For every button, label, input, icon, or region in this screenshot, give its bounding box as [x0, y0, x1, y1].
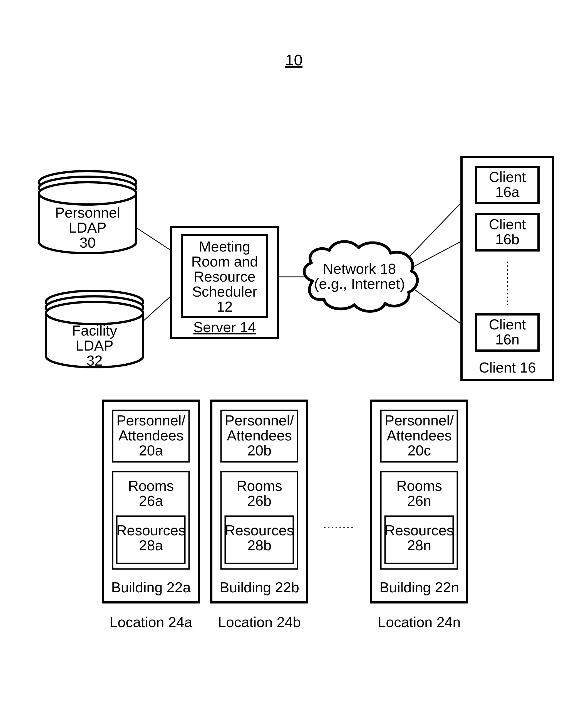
- server-line1: Meeting: [199, 239, 251, 255]
- bb-rooms-num: 26b: [248, 493, 272, 509]
- bn-cap: Building 22n: [379, 579, 459, 595]
- bb-res-num: 28b: [248, 537, 272, 553]
- ba-rooms-l1: Rooms: [128, 478, 174, 494]
- ba-pa-num: 20a: [139, 442, 163, 459]
- server-line3: Resource: [194, 268, 256, 285]
- server-caption: Server 14: [193, 319, 256, 335]
- ba-rooms-num: 26a: [139, 493, 163, 509]
- network-line2: (e.g., Internet): [314, 276, 405, 292]
- ba-loc: Location 24a: [109, 614, 192, 630]
- ba-res-l1: Resources: [117, 522, 186, 538]
- ba-pa-l2: Attendees: [119, 427, 184, 444]
- system-architecture-diagram: 10 Personnel LDAP 30 Facility LDAP 32 Me…: [0, 0, 588, 712]
- db-facility: Facility LDAP 32: [46, 291, 143, 369]
- db1-label: Personnel: [55, 204, 120, 221]
- client-container: Client 16a Client 16b Client 16n Client …: [462, 157, 553, 380]
- c2-l2: 16b: [496, 231, 520, 247]
- bn-rooms-l1: Rooms: [396, 478, 442, 494]
- bn-res-num: 28n: [407, 537, 432, 553]
- server-num: 12: [216, 299, 233, 315]
- c1-l2: 16a: [496, 184, 520, 200]
- bb-pa-l1: Personnel/: [225, 412, 294, 428]
- bn-pa-num: 20c: [407, 442, 431, 459]
- building-a: Personnel/ Attendees 20a Rooms 26a Resou…: [103, 401, 199, 630]
- building-b: Personnel/ Attendees 20b Rooms 26b Resou…: [211, 401, 307, 630]
- bn-loc: Location 24n: [378, 614, 461, 630]
- db1-label2: LDAP: [69, 220, 106, 236]
- db2-label2: LDAP: [76, 338, 113, 354]
- figure-number: 10: [285, 51, 302, 69]
- bb-rooms-l1: Rooms: [237, 478, 282, 494]
- bn-pa-l2: Attendees: [387, 427, 452, 444]
- bb-pa-l2: Attendees: [227, 427, 292, 444]
- server-box: Meeting Room and Resource Scheduler 12 S…: [171, 227, 278, 338]
- ba-res-num: 28a: [139, 537, 163, 553]
- server-line2: Room and: [191, 253, 258, 270]
- bb-res-l1: Resources: [225, 522, 294, 538]
- db1-num: 30: [80, 235, 96, 251]
- db2-label: Facility: [72, 323, 117, 339]
- network-cloud: Network 18 (e.g., Internet): [304, 242, 417, 311]
- ba-cap: Building 22a: [111, 579, 191, 595]
- ba-pa-l1: Personnel/: [117, 412, 186, 428]
- db-personnel: Personnel LDAP 30: [39, 171, 136, 253]
- bn-pa-l1: Personnel/: [385, 412, 454, 428]
- bb-pa-num: 20b: [248, 442, 272, 459]
- cn-l1: Client: [489, 317, 526, 332]
- building-n: Personnel/ Attendees 20c Rooms 26n Resou…: [371, 401, 467, 630]
- network-line1: Network 18: [323, 261, 396, 277]
- server-line4: Scheduler: [192, 284, 257, 300]
- bb-loc: Location 24b: [218, 614, 301, 630]
- client-caption: Client 16: [479, 360, 536, 375]
- bb-cap: Building 22b: [219, 579, 299, 595]
- bn-res-l1: Resources: [385, 522, 454, 538]
- c2-l1: Client: [489, 216, 526, 232]
- bn-rooms-num: 26n: [407, 493, 432, 509]
- db2-num: 32: [86, 352, 103, 369]
- c1-l1: Client: [489, 169, 526, 185]
- cn-l2: 16n: [496, 331, 520, 347]
